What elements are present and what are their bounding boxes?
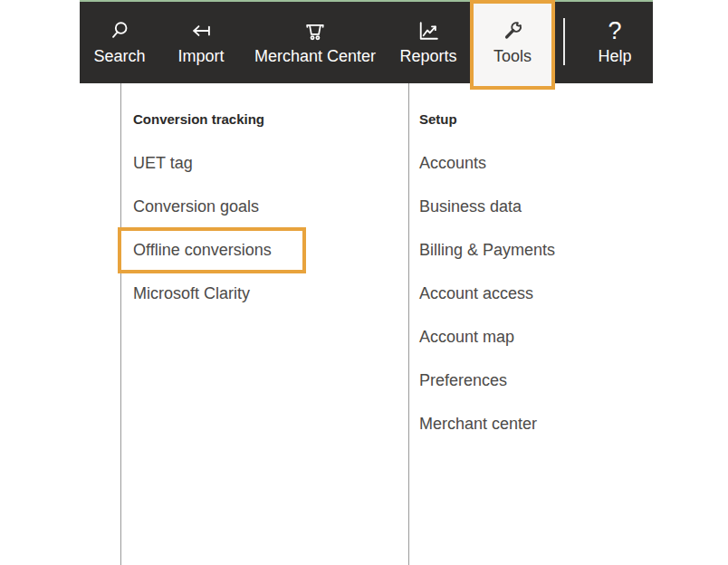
menu-header-setup: Setup — [419, 98, 555, 141]
search-icon — [107, 18, 132, 43]
nav-item-tools[interactable]: Tools — [493, 18, 532, 66]
menu-column-conversion-tracking: Conversion tracking UET tag Conversion g… — [133, 83, 272, 315]
menu-item-account-access[interactable]: Account access — [419, 272, 555, 315]
menu-item-preferences[interactable]: Preferences — [419, 359, 555, 402]
menu-column-divider — [408, 83, 409, 565]
menu-item-business-data[interactable]: Business data — [419, 185, 555, 228]
line-chart-icon — [416, 18, 441, 43]
menu-header-conversion-tracking: Conversion tracking — [133, 98, 272, 141]
menu-item-uet-tag[interactable]: UET tag — [133, 141, 272, 185]
menu-item-merchant-center[interactable]: Merchant center — [419, 402, 555, 445]
nav-item-reports[interactable]: Reports — [399, 18, 456, 66]
menu-item-conversion-goals[interactable]: Conversion goals — [133, 185, 272, 228]
top-navbar: Search Import — [80, 0, 653, 83]
screenshot-root: Search Import — [0, 0, 728, 565]
offline-conversions-annotation-highlight-box — [118, 227, 306, 273]
nav-item-merchant-center[interactable]: Merchant Center — [254, 18, 376, 66]
menu-panel-left-border — [120, 83, 121, 565]
navbar-divider — [563, 18, 565, 65]
nav-item-help[interactable]: ? Help — [598, 18, 631, 66]
nav-label-import: Import — [177, 46, 224, 66]
import-icon — [188, 18, 214, 43]
nav-label-tools: Tools — [493, 46, 532, 66]
nav-item-search[interactable]: Search — [93, 18, 145, 66]
menu-item-accounts[interactable]: Accounts — [419, 141, 555, 185]
nav-label-help: Help — [598, 46, 631, 66]
menu-item-microsoft-clarity[interactable]: Microsoft Clarity — [133, 272, 272, 315]
menu-column-setup: Setup Accounts Business data Billing & P… — [419, 83, 555, 445]
menu-item-account-map[interactable]: Account map — [419, 315, 555, 359]
question-mark-icon: ? — [602, 18, 627, 43]
menu-item-billing-payments[interactable]: Billing & Payments — [419, 228, 555, 272]
nav-item-import[interactable]: Import — [177, 18, 224, 66]
nav-label-reports: Reports — [399, 46, 456, 66]
wrench-icon — [500, 18, 525, 43]
cart-icon — [302, 18, 328, 43]
nav-label-merchant-center: Merchant Center — [254, 46, 376, 66]
nav-label-search: Search — [93, 46, 145, 66]
